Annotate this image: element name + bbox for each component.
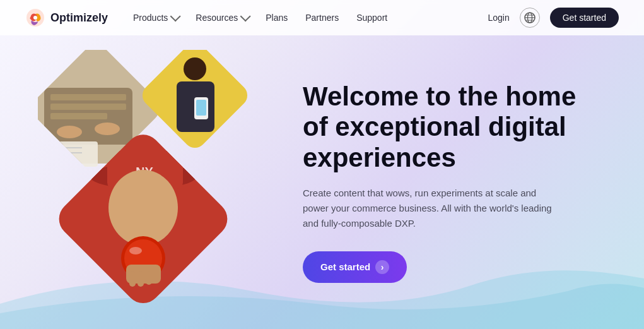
svg-rect-14: [50, 113, 107, 119]
svg-point-30: [108, 170, 178, 246]
collage-svg: NY: [38, 50, 278, 315]
chevron-down-icon: [240, 11, 251, 21]
logo[interactable]: Optimizely: [25, 8, 108, 28]
svg-rect-35: [129, 271, 136, 287]
svg-rect-37: [146, 271, 152, 285]
nav-support[interactable]: Support: [356, 13, 387, 23]
svg-point-16: [95, 123, 120, 135]
hero-subtitle: Create content that wows, run experiment…: [303, 186, 555, 231]
navbar: Optimizely Products Resources Plans Part…: [0, 0, 644, 35]
image-collage: NY: [38, 50, 278, 315]
nav-products[interactable]: Products: [133, 13, 178, 23]
nav-right: Login Get started: [488, 8, 619, 28]
svg-rect-12: [50, 94, 126, 100]
svg-rect-13: [50, 104, 126, 110]
nav-links: Products Resources Plans Partners Suppor…: [133, 13, 488, 23]
hero-section: NY Welcome to the home of exceptional di…: [0, 35, 644, 329]
hero-text: Welcome to the home of exceptional digit…: [303, 81, 606, 283]
chevron-down-icon: [170, 11, 181, 21]
globe-icon: [524, 12, 536, 23]
svg-point-33: [129, 247, 142, 254]
svg-point-15: [57, 126, 82, 138]
svg-point-22: [184, 57, 206, 80]
arrow-icon: ›: [375, 260, 389, 274]
svg-point-1: [33, 16, 37, 20]
nav-partners[interactable]: Partners: [305, 13, 339, 23]
login-link[interactable]: Login: [488, 13, 509, 23]
nav-resources[interactable]: Resources: [196, 13, 248, 23]
svg-rect-36: [138, 271, 144, 287]
svg-rect-25: [196, 100, 206, 116]
get-started-nav-button[interactable]: Get started: [550, 8, 619, 28]
hero-title: Welcome to the home of exceptional digit…: [303, 81, 606, 173]
logo-text: Optimizely: [50, 11, 108, 25]
globe-button[interactable]: [520, 8, 540, 28]
logo-icon: [25, 8, 45, 28]
svg-rect-17: [47, 141, 98, 167]
get-started-hero-button[interactable]: Get started ›: [303, 251, 407, 283]
nav-plans[interactable]: Plans: [266, 13, 288, 23]
